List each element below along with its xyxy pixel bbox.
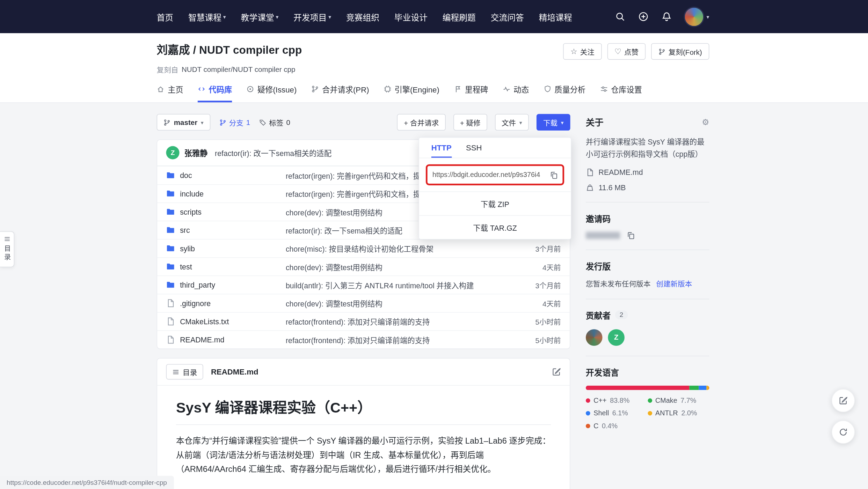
nav-item-smart-courses[interactable]: 智慧课程▾	[188, 11, 226, 22]
feedback-button[interactable]	[832, 389, 855, 412]
file-name-link[interactable]: third_party	[166, 281, 286, 289]
search-button[interactable]	[614, 10, 626, 23]
copy-url-button[interactable]	[545, 171, 562, 179]
commit-author-avatar[interactable]: Z	[166, 146, 180, 159]
tab-quality[interactable]: 质量分析	[544, 83, 585, 102]
nav-item-qa[interactable]: 交流问答	[491, 11, 524, 22]
tab-milestones[interactable]: 里程碑	[454, 83, 488, 102]
download-button[interactable]: 下载▾	[537, 114, 570, 131]
folder-icon	[166, 207, 175, 216]
refresh-button[interactable]	[832, 421, 855, 444]
create-release-link[interactable]: 创建新版本	[656, 278, 692, 289]
table-row: CMakeLists.txt refactor(frontend): 添加对只编…	[157, 312, 570, 330]
gear-icon[interactable]: ⚙	[702, 118, 709, 126]
nav-item-coding-practice[interactable]: 编程刷题	[443, 11, 476, 22]
refresh-icon	[839, 428, 847, 436]
file-name-link[interactable]: include	[166, 189, 286, 198]
tab-activity[interactable]: 动态	[502, 83, 529, 102]
toc-button[interactable]: 目录	[166, 364, 203, 379]
table-row: README.md refactor(frontend): 添加对只编译前端的支…	[157, 330, 570, 348]
file-name-link[interactable]: CMakeLists.txt	[166, 317, 286, 326]
tab-pull-requests[interactable]: 合并请求(PR)	[311, 83, 369, 102]
download-targz-item[interactable]: 下载 TAR.GZ	[419, 215, 571, 239]
new-pr-button[interactable]: + 合并请求	[397, 114, 445, 131]
readme-file-link[interactable]: README.md	[586, 168, 709, 176]
file-name-link[interactable]: src	[166, 226, 286, 235]
file-icon	[586, 168, 594, 176]
file-name-link[interactable]: sylib	[166, 244, 286, 253]
tags-link[interactable]: 标签 0	[259, 117, 290, 127]
tab-engine[interactable]: 引擎(Engine)	[384, 83, 439, 102]
tab-issues[interactable]: 疑修(Issue)	[246, 83, 297, 102]
watch-button[interactable]: ☆ 关注	[563, 43, 601, 60]
file-menu-button[interactable]: 文件▾	[495, 114, 529, 131]
commit-message-link[interactable]: refactor(frontend): 添加对只编译前端的支持	[286, 334, 510, 345]
contributor-avatar[interactable]: Z	[608, 329, 625, 346]
tab-settings[interactable]: 仓库设置	[600, 83, 642, 102]
language-bar-segment	[709, 385, 709, 390]
commit-message-link[interactable]: chore(dev): 调整test用例结构	[286, 261, 510, 272]
commit-message-link[interactable]: refactor(ir): 改一下sema相关的适配	[215, 147, 331, 158]
commit-message-link[interactable]: build(antlr): 引入第三方 ANTLR4 runtime/tool …	[286, 279, 510, 290]
download-zip-item[interactable]: 下载 ZIP	[419, 191, 571, 215]
pulse-icon	[502, 85, 510, 93]
commit-message-link[interactable]: chore(dev): 调整test用例结构	[286, 298, 510, 309]
nav-item-competitions[interactable]: 竞赛组织	[346, 11, 379, 22]
commit-author-name[interactable]: 张雅静	[184, 147, 208, 158]
list-icon	[172, 368, 180, 376]
readme-filename: README.md	[211, 368, 258, 376]
nav-item-teaching-class[interactable]: 教学课堂▾	[241, 11, 279, 22]
edit-readme-button[interactable]	[552, 368, 561, 376]
tab-http[interactable]: HTTP	[431, 138, 452, 158]
tab-ssh[interactable]: SSH	[466, 138, 482, 158]
toc-side-tab[interactable]: 目录	[0, 231, 14, 267]
readme-paragraph: 本仓库为“并行编译课程实验”提供一个 SysY 编译器的最小可运行示例，实验按 …	[176, 434, 551, 476]
create-button[interactable]	[637, 10, 649, 23]
file-icon	[166, 317, 175, 326]
repo-size: 11.6 MB	[586, 184, 709, 192]
new-issue-button[interactable]: + 疑修	[453, 114, 487, 131]
tab-code[interactable]: 代码库	[198, 83, 232, 102]
nav-item-premium-courses[interactable]: 精培课程	[539, 11, 572, 22]
language-legend-item: C 0.4%	[586, 422, 648, 430]
file-name-link[interactable]: test	[166, 262, 286, 271]
chevron-down-icon: ▾	[707, 14, 709, 20]
copy-invite-button[interactable]	[627, 231, 635, 239]
branch-icon	[219, 119, 226, 126]
commit-time: 5小时前	[510, 316, 561, 327]
language-color-dot	[586, 423, 590, 428]
file-name-link[interactable]: scripts	[166, 207, 286, 216]
file-icon	[166, 335, 175, 344]
clone-url-input[interactable]	[428, 166, 546, 184]
nav-item-home[interactable]: 首页	[157, 11, 174, 22]
code-icon	[198, 85, 205, 93]
top-navbar: 首页 智慧课程▾ 教学课堂▾ 开发项目▾ 竞赛组织 毕业设计 编程刷题 交流问答…	[0, 0, 868, 33]
fork-source-link[interactable]: NUDT compiler/NUDT compiler cpp	[182, 65, 296, 74]
user-menu[interactable]: ▾	[684, 6, 709, 27]
file-name-link[interactable]: .gitignore	[166, 299, 286, 308]
contributor-avatar[interactable]	[586, 329, 603, 346]
fork-button[interactable]: 复刻(Fork)	[651, 43, 709, 60]
commit-time: 3个月前	[510, 243, 561, 254]
like-button[interactable]: ♡ 点赞	[607, 43, 645, 60]
bell-icon	[662, 12, 672, 22]
edit-icon	[839, 396, 847, 405]
commit-message-link[interactable]: refactor(frontend): 添加对只编译前端的支持	[286, 316, 510, 327]
repo-sidebar: 关于 ⚙ 并行编译课程实验 SysY 编译器的最小可运行示例和指导文档（cpp版…	[586, 114, 709, 430]
file-name-link[interactable]: doc	[166, 171, 286, 180]
tab-home[interactable]: 主页	[157, 83, 183, 102]
commit-message-link[interactable]: chore(misc): 按目录结构设计初始化工程骨架	[286, 243, 510, 254]
contributors-count-badge: 2	[615, 310, 628, 319]
nav-item-dev-projects[interactable]: 开发项目▾	[293, 11, 331, 22]
invite-code-row	[586, 231, 709, 239]
folder-icon	[166, 244, 175, 253]
branches-link[interactable]: 分支 1	[219, 117, 250, 127]
download-popover: HTTP SSH 下载 ZIP 下载 TAR.GZ	[418, 137, 571, 239]
chevron-down-icon: ▾	[276, 14, 279, 20]
file-name-link[interactable]: README.md	[166, 335, 286, 344]
nav-item-graduation-design[interactable]: 毕业设计	[394, 11, 428, 22]
notifications-button[interactable]	[661, 10, 673, 23]
branch-selector[interactable]: master ▾	[157, 114, 210, 131]
language-color-dot	[648, 398, 652, 403]
table-row: third_party build(antlr): 引入第三方 ANTLR4 r…	[157, 275, 570, 294]
